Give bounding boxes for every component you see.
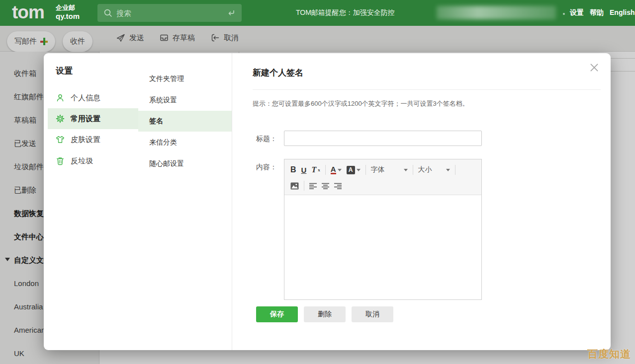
align-left-button[interactable] xyxy=(309,183,317,189)
trash-icon xyxy=(56,156,65,165)
new-signature-panel: 新建个人签名 提示：您可设置最多600个汉字或1200个英文字符；一共可设置3个… xyxy=(232,53,611,350)
submenu-incoming-mail-sorting[interactable]: 来信分类 xyxy=(138,132,232,153)
menu-item-anti-spam[interactable]: 反垃圾 xyxy=(48,150,138,171)
app-root: tom 企业邮 qy.tom TOM邮箱提醒您：加强安全防控 设置 帮助 Eng… xyxy=(0,0,635,364)
logo-subtitle: 企业邮 qy.tom xyxy=(56,4,80,21)
logo-subtitle-line1: 企业邮 xyxy=(56,4,80,12)
tshirt-icon xyxy=(56,135,65,144)
font-family-dropdown[interactable]: 字体 xyxy=(371,165,408,174)
editor-toolbar: B U Tx A A xyxy=(284,159,481,195)
chevron-down-icon xyxy=(404,169,408,171)
toolbar-separator xyxy=(365,165,366,175)
toolbar-separator xyxy=(304,181,304,191)
submenu-system-settings[interactable]: 系统设置 xyxy=(138,90,232,111)
cancel-button[interactable]: 取消 xyxy=(352,306,393,322)
clear-format-x: x xyxy=(318,167,320,172)
bg-color-button[interactable]: A xyxy=(347,166,361,174)
title-divider xyxy=(253,89,601,90)
clear-format-button[interactable]: Tx xyxy=(311,165,320,174)
header-link-help[interactable]: 帮助 xyxy=(590,8,604,17)
header-separator-dot xyxy=(563,13,565,15)
font-size-dropdown[interactable]: 大小 xyxy=(418,165,450,174)
delete-button[interactable]: 删除 xyxy=(304,306,346,322)
font-color-button[interactable]: A xyxy=(331,165,342,175)
menu-item-skin-settings[interactable]: 皮肤设置 xyxy=(48,129,138,150)
menu-item-personal-info[interactable]: 个人信息 xyxy=(48,87,138,108)
align-right-button[interactable] xyxy=(334,183,342,189)
tom-logo: tom xyxy=(12,2,44,23)
settings-menu-column: 设置 个人信息 xyxy=(44,53,138,350)
bg-color-icon: A xyxy=(347,166,355,174)
rich-text-editor: B U Tx A A xyxy=(284,159,482,300)
font-color-icon: A xyxy=(331,165,336,175)
signature-hint: 提示：您可设置最多600个汉字或1200个英文字符；一共可设置3个签名档。 xyxy=(253,99,469,108)
align-left-icon xyxy=(309,183,317,189)
toolbar-separator xyxy=(325,165,326,175)
insert-image-icon xyxy=(290,182,299,190)
submenu-folder-management[interactable]: 文件夹管理 xyxy=(138,69,232,89)
underline-button[interactable]: U xyxy=(301,166,307,174)
menu-item-label: 个人信息 xyxy=(71,93,100,103)
content-field-label: 内容： xyxy=(256,163,277,172)
bold-button[interactable]: B xyxy=(290,165,296,174)
save-button[interactable]: 保存 xyxy=(256,306,298,322)
align-right-icon xyxy=(334,183,342,189)
return-icon[interactable] xyxy=(227,8,236,17)
align-center-button[interactable] xyxy=(322,183,329,189)
submenu-signature[interactable]: 签名 xyxy=(138,111,232,132)
signature-content-area[interactable] xyxy=(284,195,481,299)
insert-image-button[interactable] xyxy=(290,182,299,190)
header-link-settings[interactable]: 设置 xyxy=(570,8,584,17)
menu-item-label: 常用设置 xyxy=(71,114,100,124)
font-family-label: 字体 xyxy=(371,165,385,174)
baidu-zhidao-watermark: 百度知道 xyxy=(587,347,631,361)
panel-title: 新建个人签名 xyxy=(253,67,303,78)
toolbar-separator xyxy=(413,165,413,175)
search-icon xyxy=(103,8,112,17)
gear-icon xyxy=(56,114,65,123)
search-input[interactable] xyxy=(116,9,227,17)
signature-title-input[interactable] xyxy=(284,131,482,146)
chevron-down-icon xyxy=(338,169,342,171)
settings-title: 设置 xyxy=(56,65,73,76)
settings-submenu-column: 文件夹管理 系统设置 签名 来信分类 随心邮设置 xyxy=(138,53,232,350)
toolbar-separator xyxy=(455,165,455,175)
logo-subtitle-line2: qy.tom xyxy=(56,12,80,21)
settings-modal: 设置 个人信息 xyxy=(44,53,611,350)
align-center-icon xyxy=(322,183,329,189)
chevron-down-icon xyxy=(357,169,361,171)
menu-item-label: 反垃圾 xyxy=(71,156,93,166)
submenu-suixin-mail-settings[interactable]: 随心邮设置 xyxy=(138,153,232,174)
menu-item-label: 皮肤设置 xyxy=(71,135,100,145)
header-link-english[interactable]: English xyxy=(610,8,635,16)
security-notice: TOM邮箱提醒您：加强安全防控 xyxy=(296,8,395,17)
clear-format-t: T xyxy=(311,165,316,174)
title-field-label: 标题： xyxy=(256,135,277,144)
menu-item-common-settings[interactable]: 常用设置 xyxy=(48,108,138,129)
font-size-label: 大小 xyxy=(418,165,432,174)
chevron-down-icon xyxy=(446,169,450,171)
search-box[interactable] xyxy=(97,4,242,22)
close-icon[interactable] xyxy=(589,62,600,73)
app-header: tom 企业邮 qy.tom TOM邮箱提醒您：加强安全防控 设置 帮助 Eng… xyxy=(0,0,635,26)
account-name-redacted xyxy=(437,6,556,19)
person-icon xyxy=(56,93,65,102)
